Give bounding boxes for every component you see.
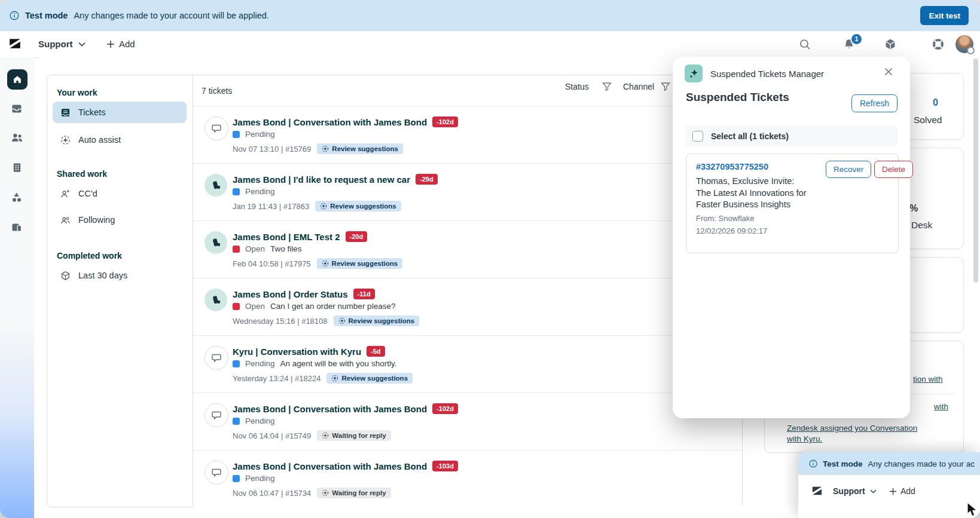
notification-link-partial[interactable]: tion with xyxy=(913,374,943,385)
ticket-row[interactable]: James Bond | EML Test 2 -20d Open Two fi… xyxy=(193,220,741,278)
rail-customers-icon[interactable] xyxy=(8,129,25,146)
suggestion-pill[interactable]: Review suggestions xyxy=(334,315,420,326)
mini-product-label: Support xyxy=(833,486,865,496)
sparkle-icon xyxy=(322,145,329,152)
chevron-down-icon xyxy=(870,489,877,494)
sidebar-item-last-30-days[interactable]: Last 30 days xyxy=(53,265,187,286)
channel-filter-icon[interactable] xyxy=(660,81,671,92)
overdue-badge: -20d xyxy=(346,231,368,242)
speech-bubble-icon xyxy=(204,461,228,485)
status-note: Can I get an order number please? xyxy=(270,302,395,311)
sparkle-icon xyxy=(322,489,329,496)
suspended-ticket-date: 12/02/2026 09:02:17 xyxy=(696,226,767,235)
select-all-checkbox[interactable] xyxy=(692,131,703,142)
suggestion-label: Review suggestions xyxy=(330,203,396,210)
app-window: Test mode Any changes made to your accou… xyxy=(0,0,980,518)
suspended-tickets-popup: Suspended Tickets Manager Suspended Tick… xyxy=(673,57,910,418)
ticket-row[interactable]: James Bond | Order Status -11d Open Can … xyxy=(193,278,741,336)
ticket-title: James Bond | Conversation with James Bon… xyxy=(233,117,427,127)
people-icon xyxy=(60,215,71,225)
rail-inbox-icon[interactable] xyxy=(8,100,25,117)
suggestion-pill[interactable]: Waiting for reply xyxy=(317,488,390,498)
close-icon[interactable] xyxy=(884,67,894,78)
left-rail xyxy=(0,57,34,518)
sidebar-item-ccd[interactable]: CC'd xyxy=(53,183,187,204)
suspended-ticket-subject: Thomas, Exclusive Invite: The Latest AI … xyxy=(696,176,807,211)
status-label: Open xyxy=(245,302,265,311)
ticket-title: James Bond | Conversation with James Bon… xyxy=(233,461,427,471)
mini-add-button[interactable]: Add xyxy=(889,486,915,496)
status-square xyxy=(233,303,240,310)
overdue-badge: -102d xyxy=(432,403,458,414)
search-icon[interactable] xyxy=(798,38,811,51)
product-switcher[interactable]: Support xyxy=(38,39,86,49)
mini-product-switcher[interactable]: Support xyxy=(833,486,877,496)
ticket-row[interactable]: Kyru | Conversation with Kyru -5d Pendin… xyxy=(193,335,741,393)
speech-bubble-icon xyxy=(204,346,228,370)
ticket-row[interactable]: James Bond | Conversation with James Bon… xyxy=(193,393,741,450)
rail-organizations-icon[interactable] xyxy=(8,159,25,176)
ticket-row[interactable]: James Bond | Conversation with James Bon… xyxy=(193,450,741,508)
help-lifering-icon[interactable] xyxy=(932,38,945,51)
mini-add-label: Add xyxy=(900,486,915,496)
refresh-button[interactable]: Refresh xyxy=(851,94,897,112)
status-square xyxy=(233,188,240,195)
overdue-badge: -29d xyxy=(416,174,438,185)
status-square xyxy=(233,360,240,367)
exit-test-button[interactable]: Exit test xyxy=(920,6,969,25)
info-icon xyxy=(809,459,817,468)
scrollbar[interactable] xyxy=(973,59,978,283)
status-label: Pending xyxy=(245,130,275,139)
sidebar-item-following[interactable]: Following xyxy=(53,209,187,231)
suggestion-label: Review suggestions xyxy=(332,260,398,267)
status-label: Pending xyxy=(245,416,275,425)
suggestion-pill[interactable]: Review suggestions xyxy=(326,373,413,384)
ticket-title: James Bond | EML Test 2 xyxy=(233,232,340,242)
rail-knowledge-icon[interactable] xyxy=(8,219,25,235)
rail-objects-icon[interactable] xyxy=(8,189,25,206)
notification-link-partial-2[interactable]: with xyxy=(934,401,948,412)
status-square xyxy=(233,475,240,482)
status-label: Open xyxy=(245,244,265,253)
status-filter-icon[interactable] xyxy=(602,81,612,92)
sparkle-icon xyxy=(322,260,329,267)
ticket-title: James Bond | Conversation with James Bon… xyxy=(233,404,427,414)
status-square xyxy=(233,131,240,138)
suspended-ticket-id-link[interactable]: #33270953775250 xyxy=(696,162,768,171)
stat-solved-value: 0 xyxy=(933,97,938,108)
suggestion-pill[interactable]: Review suggestions xyxy=(317,258,403,269)
sidebar-item-auto-assist[interactable]: Auto assist xyxy=(53,129,187,151)
section-your-work: Your work xyxy=(57,88,97,97)
top-nav: Support Add xyxy=(0,31,980,58)
suggestion-pill[interactable]: Review suggestions xyxy=(317,143,403,154)
ticket-row[interactable]: James Bond | I'd like to request a new c… xyxy=(193,163,741,221)
suggestion-label: Review suggestions xyxy=(341,375,408,382)
ticket-title: James Bond | Order Status xyxy=(233,289,348,299)
sparkle-icon xyxy=(331,375,338,382)
recover-button[interactable]: Recover xyxy=(826,161,871,178)
sparkle-icon xyxy=(320,203,327,210)
select-all-label: Select all (1 tickets) xyxy=(711,131,789,141)
products-cube-icon[interactable] xyxy=(884,38,897,51)
suggestion-pill[interactable]: Review suggestions xyxy=(315,201,401,212)
stat-solved-label: Solved xyxy=(914,115,942,125)
suggestion-pill[interactable]: Waiting for reply xyxy=(317,430,390,441)
stat-desk-label: Desk xyxy=(911,220,932,231)
user-avatar[interactable] xyxy=(955,35,973,53)
speech-bubble-icon xyxy=(204,117,228,140)
ticket-meta: Feb 04 10:58 | #17975 xyxy=(233,259,311,268)
delete-button[interactable]: Delete xyxy=(874,161,913,178)
status-label: Pending xyxy=(245,359,275,368)
subject-line: Faster Business Insights xyxy=(696,199,807,211)
ticket-row[interactable]: James Bond | Conversation with James Bon… xyxy=(193,106,741,164)
add-button[interactable]: Add xyxy=(106,39,135,49)
section-completed-work: Completed work xyxy=(57,251,122,260)
sidebar-item-tickets[interactable]: Tickets xyxy=(53,102,187,123)
mini-test-mode-message: Any changes made to your ac xyxy=(868,459,975,468)
chevron-down-icon xyxy=(78,42,86,47)
rail-home-icon[interactable] xyxy=(7,69,28,90)
status-note: Two files xyxy=(270,244,302,253)
assigned-notification-link[interactable]: Zendesk assigned you Conversation with K… xyxy=(787,423,927,445)
suggestion-label: Review suggestions xyxy=(332,145,398,152)
mouse-cursor xyxy=(966,502,980,518)
